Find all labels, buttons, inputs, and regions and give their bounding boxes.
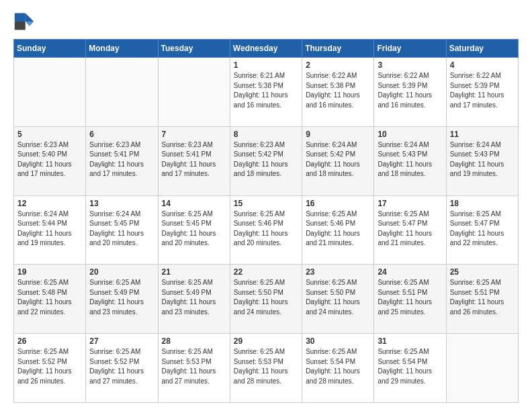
day-number: 5 [17,130,82,139]
day-cell-4: 4Sunrise: 6:22 AMSunset: 5:39 PMDaylight… [446,58,518,127]
day-cell-28: 28Sunrise: 6:25 AMSunset: 5:53 PMDayligh… [158,334,230,403]
day-number: 17 [378,199,442,208]
svg-marker-0 [26,13,34,21]
day-info: Sunrise: 6:25 AMSunset: 5:50 PMDaylight:… [234,278,298,317]
svg-rect-2 [15,13,26,21]
day-info: Sunrise: 6:21 AMSunset: 5:38 PMDaylight:… [234,71,298,110]
day-info: Sunrise: 6:25 AMSunset: 5:46 PMDaylight:… [234,210,298,248]
calendar-week-1: 1Sunrise: 6:21 AMSunset: 5:38 PMDaylight… [14,58,519,127]
empty-cell [158,58,230,127]
day-cell-13: 13Sunrise: 6:24 AMSunset: 5:45 PMDayligh… [86,195,158,265]
weekday-thursday: Thursday [302,40,374,58]
day-number: 11 [450,130,515,139]
day-info: Sunrise: 6:24 AMSunset: 5:45 PMDaylight:… [89,210,154,248]
day-number: 20 [89,267,154,277]
calendar-week-2: 5Sunrise: 6:23 AMSunset: 5:40 PMDaylight… [14,126,519,195]
day-number: 16 [306,199,370,208]
day-cell-7: 7Sunrise: 6:23 AMSunset: 5:41 PMDaylight… [158,126,230,195]
day-info: Sunrise: 6:24 AMSunset: 5:43 PMDaylight:… [378,140,442,179]
day-cell-23: 23Sunrise: 6:25 AMSunset: 5:50 PMDayligh… [302,265,374,334]
day-cell-19: 19Sunrise: 6:25 AMSunset: 5:48 PMDayligh… [14,265,86,334]
day-info: Sunrise: 6:25 AMSunset: 5:50 PMDaylight:… [306,278,370,317]
day-number: 2 [306,60,370,70]
day-cell-8: 8Sunrise: 6:23 AMSunset: 5:42 PMDaylight… [230,126,302,195]
day-number: 30 [306,336,370,346]
day-info: Sunrise: 6:25 AMSunset: 5:48 PMDaylight:… [17,278,82,317]
day-cell-17: 17Sunrise: 6:25 AMSunset: 5:47 PMDayligh… [374,195,446,265]
day-cell-21: 21Sunrise: 6:25 AMSunset: 5:49 PMDayligh… [158,265,230,334]
day-number: 31 [378,336,442,346]
day-info: Sunrise: 6:25 AMSunset: 5:46 PMDaylight:… [306,210,370,248]
day-number: 6 [89,130,154,139]
day-number: 19 [17,267,82,277]
page: SundayMondayTuesdayWednesdayThursdayFrid… [0,0,532,411]
day-cell-12: 12Sunrise: 6:24 AMSunset: 5:44 PMDayligh… [14,195,86,265]
day-number: 14 [162,199,226,208]
day-info: Sunrise: 6:23 AMSunset: 5:42 PMDaylight:… [234,140,298,179]
weekday-monday: Monday [86,40,158,58]
day-cell-3: 3Sunrise: 6:22 AMSunset: 5:39 PMDaylight… [374,58,446,127]
day-info: Sunrise: 6:25 AMSunset: 5:51 PMDaylight:… [450,278,515,317]
day-number: 18 [450,199,515,208]
day-cell-22: 22Sunrise: 6:25 AMSunset: 5:50 PMDayligh… [230,265,302,334]
day-info: Sunrise: 6:24 AMSunset: 5:43 PMDaylight:… [450,140,515,179]
day-number: 27 [89,336,154,346]
calendar-week-4: 19Sunrise: 6:25 AMSunset: 5:48 PMDayligh… [14,265,519,334]
day-cell-10: 10Sunrise: 6:24 AMSunset: 5:43 PMDayligh… [374,126,446,195]
day-info: Sunrise: 6:25 AMSunset: 5:54 PMDaylight:… [378,347,442,386]
day-number: 25 [450,267,515,277]
day-cell-1: 1Sunrise: 6:21 AMSunset: 5:38 PMDaylight… [230,58,302,127]
day-cell-27: 27Sunrise: 6:25 AMSunset: 5:52 PMDayligh… [86,334,158,403]
day-cell-25: 25Sunrise: 6:25 AMSunset: 5:51 PMDayligh… [446,265,518,334]
day-number: 4 [450,60,515,70]
day-number: 22 [234,267,298,277]
day-info: Sunrise: 6:23 AMSunset: 5:40 PMDaylight:… [17,140,82,179]
day-number: 1 [234,60,298,70]
day-number: 3 [378,60,442,70]
day-cell-11: 11Sunrise: 6:24 AMSunset: 5:43 PMDayligh… [446,126,518,195]
day-cell-24: 24Sunrise: 6:25 AMSunset: 5:51 PMDayligh… [374,265,446,334]
day-cell-30: 30Sunrise: 6:25 AMSunset: 5:54 PMDayligh… [302,334,374,403]
day-number: 12 [17,199,82,208]
day-cell-9: 9Sunrise: 6:24 AMSunset: 5:42 PMDaylight… [302,126,374,195]
day-cell-29: 29Sunrise: 6:25 AMSunset: 5:53 PMDayligh… [230,334,302,403]
day-number: 9 [306,130,370,139]
logo-icon [13,11,35,32]
day-number: 10 [378,130,442,139]
day-cell-6: 6Sunrise: 6:23 AMSunset: 5:41 PMDaylight… [86,126,158,195]
day-number: 23 [306,267,370,277]
day-info: Sunrise: 6:25 AMSunset: 5:52 PMDaylight:… [17,347,82,386]
day-number: 28 [162,336,226,346]
day-number: 13 [89,199,154,208]
day-info: Sunrise: 6:25 AMSunset: 5:53 PMDaylight:… [162,347,226,386]
day-info: Sunrise: 6:25 AMSunset: 5:47 PMDaylight:… [450,210,515,248]
header [13,11,519,32]
weekday-wednesday: Wednesday [230,40,302,58]
weekday-saturday: Saturday [446,40,518,58]
calendar-week-3: 12Sunrise: 6:24 AMSunset: 5:44 PMDayligh… [14,195,519,265]
day-cell-31: 31Sunrise: 6:25 AMSunset: 5:54 PMDayligh… [374,334,446,403]
empty-cell [86,58,158,127]
day-number: 8 [234,130,298,139]
day-number: 7 [162,130,226,139]
day-info: Sunrise: 6:24 AMSunset: 5:44 PMDaylight:… [17,210,82,248]
empty-cell [14,58,86,127]
empty-cell [446,334,518,403]
calendar: SundayMondayTuesdayWednesdayThursdayFrid… [13,39,519,403]
svg-rect-3 [15,21,26,30]
day-cell-26: 26Sunrise: 6:25 AMSunset: 5:52 PMDayligh… [14,334,86,403]
day-number: 26 [17,336,82,346]
day-cell-5: 5Sunrise: 6:23 AMSunset: 5:40 PMDaylight… [14,126,86,195]
day-info: Sunrise: 6:25 AMSunset: 5:53 PMDaylight:… [234,347,298,386]
day-info: Sunrise: 6:22 AMSunset: 5:38 PMDaylight:… [306,71,370,110]
day-info: Sunrise: 6:25 AMSunset: 5:49 PMDaylight:… [89,278,154,317]
weekday-sunday: Sunday [14,40,86,58]
day-number: 15 [234,199,298,208]
svg-marker-1 [26,21,34,26]
day-number: 24 [378,267,442,277]
day-info: Sunrise: 6:23 AMSunset: 5:41 PMDaylight:… [162,140,226,179]
day-cell-20: 20Sunrise: 6:25 AMSunset: 5:49 PMDayligh… [86,265,158,334]
day-info: Sunrise: 6:25 AMSunset: 5:47 PMDaylight:… [378,210,442,248]
weekday-header-row: SundayMondayTuesdayWednesdayThursdayFrid… [14,40,519,58]
day-number: 29 [234,336,298,346]
